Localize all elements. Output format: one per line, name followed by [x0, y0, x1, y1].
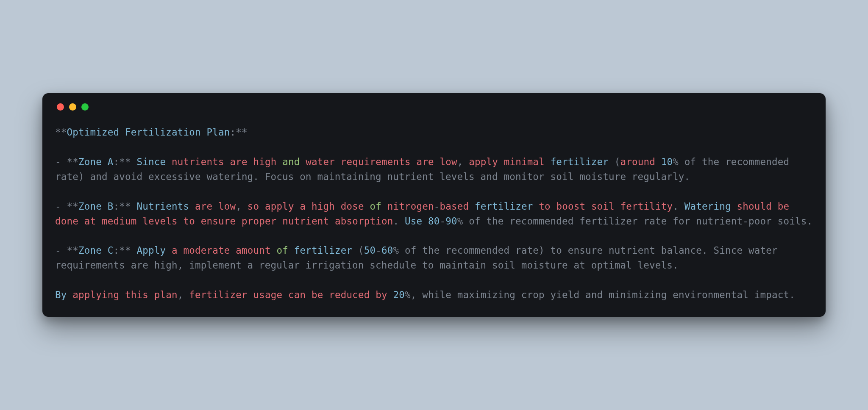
punct: , [411, 289, 417, 300]
word: Since [137, 156, 166, 167]
word: to [539, 201, 551, 212]
text: while maximizing crop yield and minimizi… [416, 289, 795, 300]
word: water [306, 156, 335, 167]
list-dash: - [55, 245, 67, 256]
word: are [416, 156, 434, 167]
zone-label: Zone [78, 201, 102, 212]
word: should [737, 201, 772, 212]
word: a [300, 201, 306, 212]
word: this [125, 289, 148, 300]
word: apply [265, 201, 294, 212]
word: so [248, 201, 259, 212]
zone-label: Zone [78, 156, 102, 167]
zoom-icon[interactable] [81, 103, 89, 111]
list-dash: - [55, 201, 67, 212]
word: done [55, 216, 78, 227]
word: requirements [341, 156, 411, 167]
zone-label: Zone [78, 245, 102, 256]
zone-id: B [108, 201, 114, 212]
percent: % [405, 289, 411, 300]
punct: - [434, 201, 440, 212]
word: proper [242, 216, 276, 227]
word: dose [341, 201, 364, 212]
word: ensure [201, 216, 236, 227]
punct: ( [358, 245, 364, 256]
word: around [620, 156, 655, 167]
terminal-window: **Optimized Fertilization Plan:** - **Zo… [42, 93, 826, 317]
word: of [276, 245, 288, 256]
word: by [376, 289, 387, 300]
percent: % [673, 156, 679, 167]
word: usage [253, 289, 282, 300]
title-word: Optimized [67, 127, 120, 138]
word: at [84, 216, 96, 227]
word: apply [469, 156, 498, 167]
word: fertilizer [475, 201, 533, 212]
word: low [440, 156, 457, 167]
word: fertilizer [294, 245, 352, 256]
minimize-icon[interactable] [69, 103, 76, 111]
word: nitrogen [387, 201, 434, 212]
word: levels [142, 216, 177, 227]
md-bold-marker: ** [55, 127, 67, 138]
number: 10 [661, 156, 673, 167]
punct: . [673, 201, 679, 212]
punct: - [440, 216, 445, 227]
word: fertilizer [189, 289, 247, 300]
percent: % [393, 245, 399, 256]
word: reduced [329, 289, 370, 300]
title-word: Fertilization [125, 127, 201, 138]
list-dash: - [55, 156, 67, 167]
word: boost [556, 201, 585, 212]
word: can [288, 289, 306, 300]
word: plan [154, 289, 178, 300]
word: By [55, 289, 67, 300]
md-bold-marker: :** [114, 156, 131, 167]
word: moderate [183, 245, 230, 256]
word: nutrient [282, 216, 329, 227]
md-bold-marker: :** [114, 245, 131, 256]
md-bold-marker: :** [230, 127, 247, 138]
word: high [253, 156, 276, 167]
word: a [172, 245, 178, 256]
word: Apply [137, 245, 166, 256]
word: of [370, 201, 381, 212]
word: be [778, 201, 790, 212]
word: medium [102, 216, 136, 227]
word: amount [236, 245, 270, 256]
word: Nutrients [137, 201, 189, 212]
percent: % [457, 216, 463, 227]
word: are [230, 156, 247, 167]
word: fertilizer [551, 156, 609, 167]
number: 50 [364, 245, 376, 256]
number: 90 [445, 216, 457, 227]
word: to [183, 216, 195, 227]
zone-id: A [108, 156, 114, 167]
word: low [218, 201, 236, 212]
md-bold-marker: ** [67, 201, 79, 212]
md-bold-marker: :** [114, 201, 131, 212]
word: Use [405, 216, 422, 227]
md-bold-marker: ** [67, 156, 79, 167]
md-bold-marker: ** [67, 245, 79, 256]
word: applying [72, 289, 119, 300]
punct: , [457, 156, 463, 167]
code-content: **Optimized Fertilization Plan:** - **Zo… [55, 125, 813, 302]
punct: ( [615, 156, 620, 167]
word: fertility [620, 201, 673, 212]
punct: . [393, 216, 399, 227]
word: are [195, 201, 212, 212]
close-icon[interactable] [57, 103, 64, 111]
punct: , [236, 201, 242, 212]
word: soil [591, 201, 615, 212]
word: minimal [504, 156, 545, 167]
punct: - [376, 245, 381, 256]
punct: , [178, 289, 184, 300]
word: Watering [684, 201, 731, 212]
number: 60 [381, 245, 393, 256]
window-traffic-lights [57, 103, 813, 111]
word: absorption [335, 216, 393, 227]
word: and [282, 156, 300, 167]
title-word: Plan [206, 127, 230, 138]
word: high [312, 201, 335, 212]
